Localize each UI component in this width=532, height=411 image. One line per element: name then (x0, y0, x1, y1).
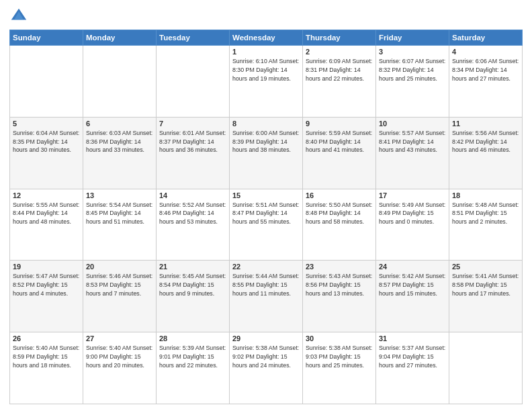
day-info: Sunrise: 5:59 AM Sunset: 8:40 PM Dayligh… (306, 129, 373, 154)
day-info: Sunrise: 5:38 AM Sunset: 9:02 PM Dayligh… (232, 344, 300, 369)
calendar-cell: 24Sunrise: 5:42 AM Sunset: 8:57 PM Dayli… (376, 261, 449, 332)
calendar-cell: 28Sunrise: 5:39 AM Sunset: 9:01 PM Dayli… (157, 332, 230, 404)
day-info: Sunrise: 5:49 AM Sunset: 8:49 PM Dayligh… (379, 201, 446, 226)
calendar-cell: 25Sunrise: 5:41 AM Sunset: 8:58 PM Dayli… (449, 261, 523, 332)
header (9, 7, 523, 26)
calendar-cell (83, 46, 157, 118)
day-number: 20 (86, 263, 153, 271)
calendar-cell: 6Sunrise: 6:03 AM Sunset: 8:36 PM Daylig… (83, 117, 157, 189)
day-number: 25 (452, 263, 519, 271)
day-info: Sunrise: 5:40 AM Sunset: 9:00 PM Dayligh… (86, 344, 153, 369)
day-number: 27 (86, 334, 153, 342)
day-number: 8 (232, 120, 300, 128)
logo-icon (9, 7, 28, 26)
day-number: 31 (379, 334, 446, 342)
day-info: Sunrise: 6:01 AM Sunset: 8:37 PM Dayligh… (159, 129, 226, 154)
day-info: Sunrise: 6:04 AM Sunset: 8:35 PM Dayligh… (13, 129, 80, 154)
calendar-cell: 31Sunrise: 5:37 AM Sunset: 9:04 PM Dayli… (376, 332, 449, 404)
day-info: Sunrise: 6:06 AM Sunset: 8:34 PM Dayligh… (452, 57, 519, 83)
day-number: 22 (232, 263, 300, 271)
calendar-table: SundayMondayTuesdayWednesdayThursdayFrid… (9, 30, 523, 404)
calendar-cell: 10Sunrise: 5:57 AM Sunset: 8:41 PM Dayli… (376, 117, 449, 189)
calendar-header-sunday: Sunday (10, 30, 83, 46)
calendar-cell: 12Sunrise: 5:55 AM Sunset: 8:44 PM Dayli… (10, 189, 83, 261)
day-info: Sunrise: 5:50 AM Sunset: 8:48 PM Dayligh… (306, 201, 373, 226)
day-number: 5 (13, 120, 80, 128)
calendar-cell (157, 46, 230, 118)
day-number: 17 (379, 191, 446, 199)
day-info: Sunrise: 5:38 AM Sunset: 9:03 PM Dayligh… (306, 344, 373, 369)
day-info: Sunrise: 5:55 AM Sunset: 8:44 PM Dayligh… (13, 201, 80, 226)
calendar-cell: 19Sunrise: 5:47 AM Sunset: 8:52 PM Dayli… (10, 261, 83, 332)
day-info: Sunrise: 5:51 AM Sunset: 8:47 PM Dayligh… (232, 201, 300, 226)
day-number: 29 (232, 334, 300, 342)
day-info: Sunrise: 5:44 AM Sunset: 8:55 PM Dayligh… (232, 272, 300, 298)
day-info: Sunrise: 5:52 AM Sunset: 8:46 PM Dayligh… (159, 201, 226, 226)
day-info: Sunrise: 5:40 AM Sunset: 8:59 PM Dayligh… (13, 344, 80, 369)
day-number: 24 (379, 263, 446, 271)
day-info: Sunrise: 5:39 AM Sunset: 9:01 PM Dayligh… (159, 344, 226, 369)
calendar-cell: 17Sunrise: 5:49 AM Sunset: 8:49 PM Dayli… (376, 189, 449, 261)
calendar-cell: 8Sunrise: 6:00 AM Sunset: 8:39 PM Daylig… (230, 117, 303, 189)
calendar-cell: 18Sunrise: 5:48 AM Sunset: 8:51 PM Dayli… (449, 189, 523, 261)
calendar-cell (10, 46, 83, 118)
day-info: Sunrise: 5:41 AM Sunset: 8:58 PM Dayligh… (452, 272, 519, 298)
day-number: 14 (159, 191, 226, 199)
calendar-header-monday: Monday (83, 30, 157, 46)
day-info: Sunrise: 5:47 AM Sunset: 8:52 PM Dayligh… (13, 272, 80, 298)
calendar-cell: 2Sunrise: 6:09 AM Sunset: 8:31 PM Daylig… (303, 46, 376, 118)
calendar-header-saturday: Saturday (449, 30, 523, 46)
calendar-cell: 14Sunrise: 5:52 AM Sunset: 8:46 PM Dayli… (157, 189, 230, 261)
day-info: Sunrise: 6:03 AM Sunset: 8:36 PM Dayligh… (86, 129, 153, 154)
calendar-cell: 20Sunrise: 5:46 AM Sunset: 8:53 PM Dayli… (83, 261, 157, 332)
calendar-cell (449, 332, 523, 404)
day-info: Sunrise: 6:10 AM Sunset: 8:30 PM Dayligh… (232, 57, 300, 83)
calendar-cell: 16Sunrise: 5:50 AM Sunset: 8:48 PM Dayli… (303, 189, 376, 261)
day-number: 13 (86, 191, 153, 199)
day-number: 12 (13, 191, 80, 199)
day-info: Sunrise: 6:09 AM Sunset: 8:31 PM Dayligh… (306, 57, 373, 83)
day-info: Sunrise: 6:00 AM Sunset: 8:39 PM Dayligh… (232, 129, 300, 154)
day-info: Sunrise: 5:37 AM Sunset: 9:04 PM Dayligh… (379, 344, 446, 369)
day-number: 9 (306, 120, 373, 128)
calendar-cell: 1Sunrise: 6:10 AM Sunset: 8:30 PM Daylig… (230, 46, 303, 118)
calendar-cell: 15Sunrise: 5:51 AM Sunset: 8:47 PM Dayli… (230, 189, 303, 261)
calendar-cell: 3Sunrise: 6:07 AM Sunset: 8:32 PM Daylig… (376, 46, 449, 118)
day-number: 7 (159, 120, 226, 128)
calendar-cell: 7Sunrise: 6:01 AM Sunset: 8:37 PM Daylig… (157, 117, 230, 189)
calendar-week-row: 19Sunrise: 5:47 AM Sunset: 8:52 PM Dayli… (10, 261, 523, 332)
day-info: Sunrise: 5:57 AM Sunset: 8:41 PM Dayligh… (379, 129, 446, 154)
calendar-cell: 4Sunrise: 6:06 AM Sunset: 8:34 PM Daylig… (449, 46, 523, 118)
calendar-cell: 27Sunrise: 5:40 AM Sunset: 9:00 PM Dayli… (83, 332, 157, 404)
day-info: Sunrise: 5:48 AM Sunset: 8:51 PM Dayligh… (452, 201, 519, 226)
calendar-week-row: 5Sunrise: 6:04 AM Sunset: 8:35 PM Daylig… (10, 117, 523, 189)
calendar-header-row: SundayMondayTuesdayWednesdayThursdayFrid… (10, 30, 523, 46)
calendar-week-row: 12Sunrise: 5:55 AM Sunset: 8:44 PM Dayli… (10, 189, 523, 261)
calendar-cell: 21Sunrise: 5:45 AM Sunset: 8:54 PM Dayli… (157, 261, 230, 332)
day-number: 23 (306, 263, 373, 271)
day-info: Sunrise: 5:54 AM Sunset: 8:45 PM Dayligh… (86, 201, 153, 226)
day-number: 21 (159, 263, 226, 271)
calendar-cell: 5Sunrise: 6:04 AM Sunset: 8:35 PM Daylig… (10, 117, 83, 189)
calendar-header-tuesday: Tuesday (157, 30, 230, 46)
day-number: 3 (379, 48, 446, 56)
day-number: 1 (232, 48, 300, 56)
calendar-cell: 26Sunrise: 5:40 AM Sunset: 8:59 PM Dayli… (10, 332, 83, 404)
calendar-cell: 13Sunrise: 5:54 AM Sunset: 8:45 PM Dayli… (83, 189, 157, 261)
day-number: 19 (13, 263, 80, 271)
day-number: 16 (306, 191, 373, 199)
calendar-cell: 30Sunrise: 5:38 AM Sunset: 9:03 PM Dayli… (303, 332, 376, 404)
calendar-week-row: 26Sunrise: 5:40 AM Sunset: 8:59 PM Dayli… (10, 332, 523, 404)
page: SundayMondayTuesdayWednesdayThursdayFrid… (0, 0, 532, 411)
calendar-cell: 23Sunrise: 5:43 AM Sunset: 8:56 PM Dayli… (303, 261, 376, 332)
day-number: 18 (452, 191, 519, 199)
day-number: 2 (306, 48, 373, 56)
calendar-cell: 9Sunrise: 5:59 AM Sunset: 8:40 PM Daylig… (303, 117, 376, 189)
day-info: Sunrise: 5:45 AM Sunset: 8:54 PM Dayligh… (159, 272, 226, 298)
day-number: 11 (452, 120, 519, 128)
calendar-header-thursday: Thursday (303, 30, 376, 46)
day-info: Sunrise: 5:46 AM Sunset: 8:53 PM Dayligh… (86, 272, 153, 298)
day-info: Sunrise: 6:07 AM Sunset: 8:32 PM Dayligh… (379, 57, 446, 83)
calendar-header-wednesday: Wednesday (230, 30, 303, 46)
calendar-header-friday: Friday (376, 30, 449, 46)
